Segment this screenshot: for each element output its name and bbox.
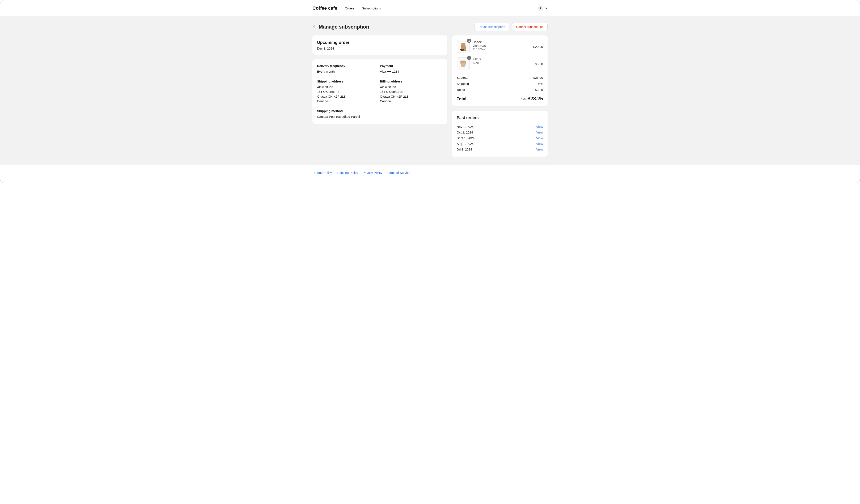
view-link[interactable]: View — [536, 142, 543, 145]
order-summary-card: 2 — [452, 35, 548, 106]
line-item: 2 — [457, 40, 543, 53]
refund-policy-link[interactable]: Refund Policy — [312, 171, 332, 174]
billing-address-label: Billing address — [380, 80, 443, 83]
view-link[interactable]: View — [536, 131, 543, 134]
nav-orders[interactable]: Orders — [345, 6, 355, 10]
past-order-row: Nov 1, 2024 View — [457, 124, 543, 130]
product-thumbnail: 2 — [457, 40, 470, 53]
page-title: Manage subscription — [319, 24, 369, 30]
frequency-value: Every month — [317, 69, 380, 74]
upcoming-order-date: Dec 1, 2024 — [317, 47, 443, 50]
quantity-badge: 2 — [467, 39, 471, 43]
terms-of-service-link[interactable]: Terms of Service — [387, 171, 410, 174]
past-orders-title: Past orders — [457, 115, 543, 120]
privacy-policy-link[interactable]: Privacy Policy — [363, 171, 382, 174]
brand-title: Coffee cafe — [312, 5, 338, 11]
pause-subscription-button[interactable]: Pause subscription — [474, 23, 509, 31]
nav-subscriptions[interactable]: Subscriptions — [362, 6, 381, 10]
quantity-badge: 1 — [467, 56, 471, 60]
avatar: A — [538, 5, 543, 11]
shipping-row: Shipping FREE — [457, 81, 543, 87]
details-card: Delivery frequency Every month Payment V… — [312, 59, 447, 124]
cancel-subscription-button[interactable]: Cancel subscription — [512, 23, 548, 31]
coffee-filter-icon — [458, 59, 468, 69]
svg-point-2 — [462, 50, 462, 51]
view-link[interactable]: View — [536, 136, 543, 140]
currency-code: CAD — [520, 98, 526, 101]
payment-value: Visa •••• 1234 — [380, 69, 443, 74]
account-menu[interactable]: A — [538, 5, 548, 11]
past-orders-card: Past orders Nov 1, 2024 View Oct 1, 2024… — [452, 111, 548, 157]
coffee-bag-icon — [458, 41, 469, 52]
item-name: Filters — [473, 57, 532, 61]
svg-point-3 — [463, 49, 463, 50]
line-item: 1 Filters Size 2 $ — [457, 57, 543, 70]
subtotal-row: Subtotal $25.00 — [457, 74, 543, 81]
item-name: Coffee — [473, 40, 530, 44]
shipping-address-label: Shipping address — [317, 80, 380, 83]
taxes-row: Taxes $3.25 — [457, 87, 543, 93]
past-order-row: Sept 1, 2024 View — [457, 135, 543, 141]
footer: Refund Policy Shipping Policy Privacy Po… — [312, 165, 548, 183]
view-link[interactable]: View — [536, 125, 543, 128]
item-variant: Light roast — [473, 44, 530, 47]
shipping-method-value: Canada Post Expedited Parcel — [317, 114, 380, 119]
upcoming-order-title: Upcoming order — [317, 40, 443, 45]
chevron-down-icon — [545, 7, 548, 10]
shipping-method-label: Shipping method — [317, 109, 380, 113]
past-order-row: Jul 1, 2024 View — [457, 146, 543, 152]
past-order-row: Aug 1, 2024 View — [457, 141, 543, 146]
item-line-price: $20.00 — [533, 45, 543, 48]
back-arrow-icon[interactable] — [312, 25, 316, 29]
product-thumbnail: 1 — [457, 57, 470, 70]
total-row: Total CAD $28.25 — [457, 96, 543, 102]
item-unit-price: $10.00/ea — [473, 48, 530, 51]
shipping-policy-link[interactable]: Shipping Policy — [336, 171, 358, 174]
frequency-label: Delivery frequency — [317, 64, 380, 68]
payment-label: Payment — [380, 64, 443, 68]
item-line-price: $5.00 — [535, 62, 543, 66]
past-order-row: Oct 1, 2024 View — [457, 130, 543, 135]
shipping-address-value: Alain Stuart 151 O'Connor St Ottawa ON K… — [317, 85, 380, 104]
item-variant: Size 2 — [473, 61, 532, 64]
total-amount: $28.25 — [528, 96, 543, 102]
upcoming-order-card: Upcoming order Dec 1, 2024 — [312, 35, 447, 55]
view-link[interactable]: View — [536, 147, 543, 151]
svg-point-4 — [461, 49, 462, 50]
billing-address-value: Alain Stuart 151 O'Connor St Ottawa ON K… — [380, 85, 443, 104]
